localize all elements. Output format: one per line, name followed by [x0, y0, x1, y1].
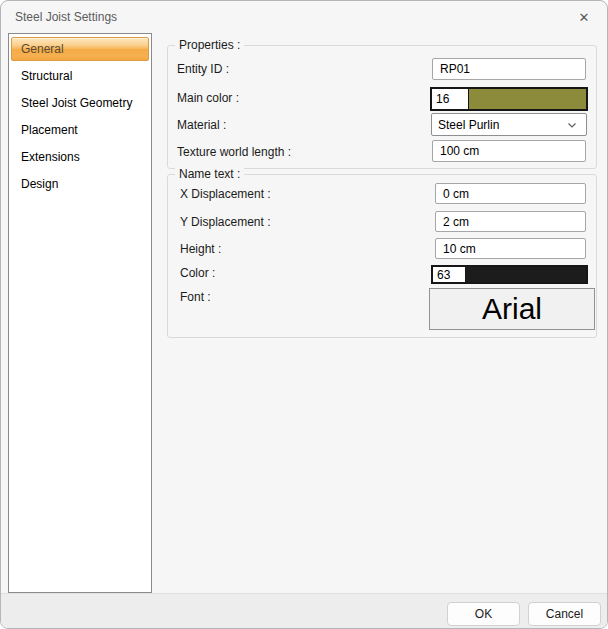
main-color-picker[interactable]: 16 — [430, 87, 588, 111]
sidebar-item-extensions[interactable]: Extensions — [9, 144, 151, 171]
texture-world-length-label: Texture world length : — [177, 145, 291, 160]
close-icon: ✕ — [579, 10, 590, 25]
chevron-down-icon — [566, 119, 578, 131]
name-color-label: Color : — [180, 266, 215, 281]
entity-id-input[interactable] — [432, 58, 586, 80]
name-color-number: 63 — [433, 267, 466, 282]
name-color-picker[interactable]: 63 — [431, 265, 588, 284]
ok-button[interactable]: OK — [447, 602, 520, 626]
sidebar-item-design[interactable]: Design — [9, 171, 151, 198]
close-button[interactable]: ✕ — [568, 5, 600, 29]
name-text-group-caption: Name text : — [175, 167, 244, 181]
height-input[interactable] — [435, 238, 586, 259]
main-color-swatch — [469, 89, 586, 109]
steel-joist-settings-dialog: Steel Joist Settings ✕ General Structura… — [0, 0, 608, 629]
titlebar: Steel Joist Settings ✕ — [1, 1, 607, 33]
sidebar-item-placement[interactable]: Placement — [9, 117, 151, 144]
name-color-swatch — [466, 267, 586, 282]
footer-bar: OK Cancel — [1, 593, 607, 629]
x-displacement-label: X Displacement : — [180, 187, 271, 202]
texture-world-length-input[interactable] — [432, 140, 586, 162]
properties-group-caption: Properties : — [175, 38, 244, 52]
window-title: Steel Joist Settings — [15, 1, 117, 33]
sidebar-item-general[interactable]: General — [11, 37, 149, 61]
entity-id-label: Entity ID : — [177, 62, 229, 77]
height-label: Height : — [180, 242, 221, 257]
material-label: Material : — [177, 118, 226, 133]
cancel-button[interactable]: Cancel — [528, 602, 601, 626]
font-label: Font : — [180, 290, 211, 305]
material-dropdown[interactable]: Steel Purlin — [431, 113, 587, 136]
main-color-label: Main color : — [177, 91, 239, 106]
sidebar-item-structural[interactable]: Structural — [9, 63, 151, 90]
sidebar-item-steel-joist-geometry[interactable]: Steel Joist Geometry — [9, 90, 151, 117]
sidebar-nav: General Structural Steel Joist Geometry … — [8, 33, 152, 593]
main-color-number: 16 — [432, 89, 469, 109]
y-displacement-label: Y Displacement : — [180, 215, 271, 230]
font-picker-button[interactable]: Arial — [429, 288, 595, 330]
material-selected-value: Steel Purlin — [432, 118, 566, 132]
y-displacement-input[interactable] — [435, 211, 586, 232]
x-displacement-input[interactable] — [435, 183, 586, 204]
